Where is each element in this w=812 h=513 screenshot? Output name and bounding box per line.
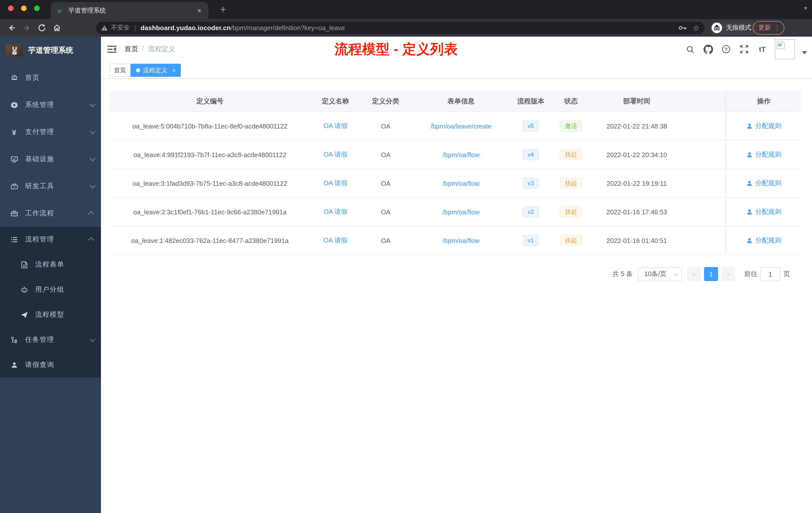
form-link[interactable]: /bpm/oa/leave/create (431, 122, 492, 130)
browser-tab-strip: 芋道管理系统 × + ▾ (0, 0, 812, 19)
page-number-button[interactable]: 1 (704, 267, 718, 281)
definition-name-link[interactable]: OA 请假 (323, 121, 347, 130)
font-size-icon[interactable]: tT (757, 44, 768, 55)
sidebar-item-workflow[interactable]: 工作流程 (0, 200, 101, 227)
sidebar-item-infra[interactable]: 基础设施 (0, 146, 101, 173)
chevron-down-icon (90, 128, 96, 134)
tab-close-icon[interactable]: × (195, 6, 203, 14)
url-host: dashboard.yudao.iocoder.cn (141, 24, 231, 32)
annotation-title: 流程模型 - 定义列表 (335, 40, 458, 58)
table-row: oa_leave:1:482ec033-762a-11ec-8477-a2380… (110, 227, 801, 255)
favicon-grass-icon (56, 7, 63, 14)
github-icon[interactable] (702, 44, 714, 55)
row-filler (682, 227, 726, 254)
monitor-icon (10, 155, 18, 163)
tag-close-icon[interactable]: × (172, 67, 175, 73)
tag-active[interactable]: 流程定义 × (130, 64, 181, 77)
sidebar-item-system[interactable]: 系统管理 (0, 91, 101, 118)
sidebar-logo[interactable]: 🐰 芋道管理系统 (0, 37, 101, 64)
definition-name-link[interactable]: OA 请假 (323, 236, 347, 245)
tag-dot (136, 68, 140, 72)
form-link[interactable]: /bpm/oa/flow (442, 179, 479, 187)
table-row: oa_leave:5:004b710b-7b8a-11ec-8ef0-acde4… (110, 112, 801, 141)
tag-home[interactable]: 首页 (110, 64, 130, 77)
definition-category: OA (360, 169, 411, 197)
col-header-version: 流程版本 (511, 91, 550, 112)
next-page-button[interactable]: › (721, 267, 735, 281)
sidebar-item-process-model[interactable]: 流程模型 (0, 302, 101, 327)
tab-search-chevron-icon[interactable]: ▾ (804, 5, 807, 11)
broken-image-icon (776, 41, 785, 49)
dashboard-icon (10, 74, 18, 82)
assign-rule-link[interactable]: 分配规则 (746, 179, 781, 188)
help-icon[interactable]: ? (721, 44, 732, 55)
assign-rule-link[interactable]: 分配规则 (746, 236, 781, 245)
sidebar-item-process-mgmt[interactable]: 流程管理 (0, 227, 101, 252)
deploy-time: 2022-01-22 20:34:10 (591, 141, 682, 169)
definition-id: oa_leave:5:004b710b-7b8a-11ec-8ef0-acde4… (110, 112, 310, 140)
status-badge: 挂起 (560, 206, 582, 217)
browser-update-menu[interactable]: 更新 ⋮ (753, 21, 784, 35)
new-tab-button[interactable]: + (216, 3, 230, 17)
prev-page-button[interactable]: ‹ (687, 267, 701, 281)
key-icon[interactable] (678, 25, 687, 31)
browser-tab[interactable]: 芋道管理系统 × (51, 2, 208, 19)
sidebar-item-task-mgmt[interactable]: 任务管理 (0, 327, 101, 352)
hamburger-icon[interactable] (107, 44, 117, 54)
pagination-total: 共 5 条 (612, 270, 633, 279)
reload-button[interactable] (34, 21, 49, 35)
definition-name-link[interactable]: OA 请假 (323, 207, 347, 216)
goto-page-input[interactable] (760, 267, 780, 281)
navbar-actions: ? tT (685, 37, 807, 62)
sidebar-item-leave-query[interactable]: 请假查询 (0, 352, 101, 378)
assign-rule-label: 分配规则 (755, 121, 781, 130)
maximize-window-button[interactable] (34, 5, 40, 11)
sidebar-item-payment[interactable]: ¥ 支付管理 (0, 118, 101, 146)
user-avatar[interactable] (775, 39, 795, 59)
list-icon (10, 236, 18, 243)
definition-category: OA (360, 141, 411, 169)
avatar-caret-icon[interactable] (802, 51, 807, 54)
close-window-button[interactable] (8, 5, 13, 11)
sidebar-item-process-form[interactable]: 流程表单 (0, 252, 101, 277)
page-size-select[interactable]: 10条/页 (638, 267, 682, 281)
definition-name-link[interactable]: OA 请假 (323, 150, 347, 159)
search-icon[interactable] (685, 44, 696, 55)
kebab-menu-icon: ⋮ (774, 24, 780, 32)
forward-button[interactable] (19, 21, 34, 35)
assign-rule-link[interactable]: 分配规则 (746, 207, 781, 216)
form-link[interactable]: /bpm/oa/flow (442, 151, 479, 158)
assign-rule-label: 分配规则 (755, 150, 781, 159)
form-link[interactable]: /bpm/oa/flow (442, 237, 479, 244)
main-area: 首页 / 流程定义 流程模型 - 定义列表 ? (101, 37, 812, 513)
definition-category: OA (360, 112, 411, 140)
assign-rule-link[interactable]: 分配规则 (746, 150, 781, 159)
sidebar-item-user-group[interactable]: 用户分组 (0, 277, 101, 302)
col-header-time: 部署时间 (591, 91, 682, 112)
table-row: oa_leave:3:1fad3d93-7b75-11ec-a3c8-acde4… (110, 169, 801, 198)
sidebar-item-home[interactable]: 首页 (0, 64, 101, 91)
security-label[interactable]: 不安全 (111, 24, 130, 32)
workflow-submenu: 流程管理 流程表单 用户分组 (0, 227, 101, 378)
status-badge: 挂起 (560, 149, 582, 160)
deploy-time: 2022-01-22 19:19:11 (591, 169, 682, 197)
assign-rule-link[interactable]: 分配规则 (746, 121, 781, 130)
sidebar-item-label: 用户分组 (35, 285, 64, 294)
sidebar-item-label: 请假查询 (25, 360, 54, 369)
app-navbar: 首页 / 流程定义 流程模型 - 定义列表 ? (101, 37, 812, 62)
back-button[interactable] (4, 21, 19, 35)
chevron-down-icon (674, 271, 679, 276)
col-header-filler (682, 91, 726, 112)
row-filler (682, 198, 726, 226)
form-icon (20, 261, 28, 268)
url-bar[interactable]: 不安全 | dashboard.yudao.iocoder.cn/bpm/man… (96, 22, 704, 34)
fullscreen-icon[interactable] (739, 44, 750, 55)
bookmark-star-icon[interactable]: ☆ (693, 23, 699, 32)
definition-category: OA (360, 198, 411, 226)
breadcrumb-home[interactable]: 首页 (124, 45, 138, 54)
form-link[interactable]: /bpm/oa/flow (442, 208, 479, 216)
definition-name-link[interactable]: OA 请假 (323, 179, 347, 188)
sidebar-item-devtools[interactable]: 研发工具 (0, 173, 101, 200)
minimize-window-button[interactable] (21, 5, 27, 11)
home-button[interactable] (49, 21, 64, 35)
